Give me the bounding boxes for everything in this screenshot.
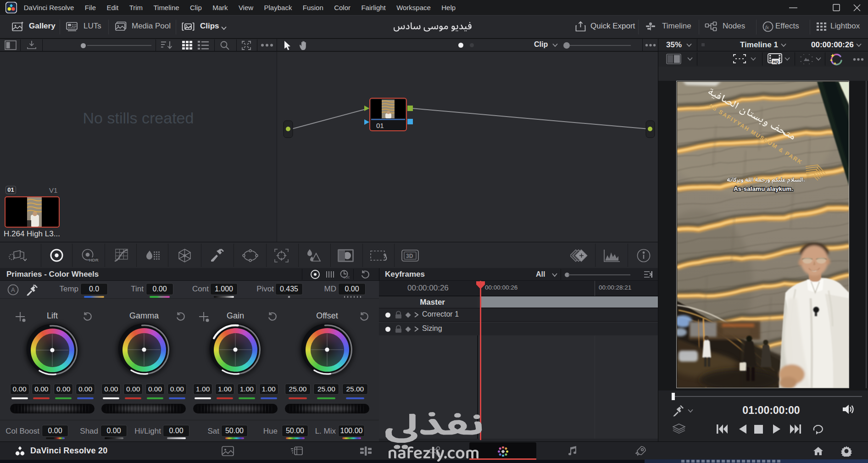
svg-text:HQ: HQ: [773, 60, 779, 64]
svg-text:LOG: LOG: [344, 276, 350, 279]
svg-text:3D: 3D: [406, 253, 413, 259]
svg-text:A: A: [11, 286, 15, 293]
svg-text:HDR: HDR: [89, 257, 99, 262]
svg-text:01: 01: [376, 122, 384, 129]
svg-text:fx: fx: [765, 24, 769, 30]
svg-text:As-salamu alaykum.: As-salamu alaykum.: [734, 185, 793, 192]
